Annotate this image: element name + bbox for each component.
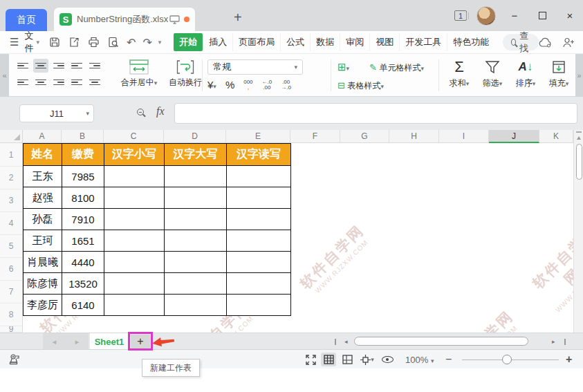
cell[interactable] xyxy=(165,187,227,209)
ribbon-tab-开始[interactable]: 开始 xyxy=(174,33,203,51)
sort-button[interactable]: A↓ 排序▾ xyxy=(509,57,542,89)
add-sheet-button[interactable]: + xyxy=(131,335,150,348)
window-manage-badge[interactable]: 1 xyxy=(454,10,467,21)
cell[interactable]: 陈彦博 xyxy=(24,273,62,295)
ribbon-tab-审阅[interactable]: 审阅 xyxy=(340,33,369,51)
align-icon-9[interactable] xyxy=(87,75,102,89)
user-avatar[interactable] xyxy=(476,6,496,26)
cell[interactable] xyxy=(165,273,227,295)
zoom-formula-icon[interactable] xyxy=(137,109,144,115)
align-icon-8[interactable] xyxy=(69,75,84,89)
page-layout-view-icon[interactable]: ▾ xyxy=(358,353,377,366)
cell[interactable] xyxy=(227,252,291,273)
column-header-K[interactable]: K xyxy=(539,130,573,143)
currency-format-button[interactable]: ¥▾ xyxy=(207,79,216,91)
row-header-5[interactable]: 5 xyxy=(0,235,23,258)
column-header-H[interactable]: H xyxy=(389,130,439,143)
minimize-button[interactable]: − xyxy=(506,10,524,21)
column-header-F[interactable]: F xyxy=(290,130,340,143)
cell[interactable] xyxy=(227,209,291,230)
cloud-sync-icon[interactable] xyxy=(539,37,553,48)
ribbon-tab-数据[interactable]: 数据 xyxy=(310,33,340,51)
cell[interactable]: 缴费 xyxy=(62,144,104,166)
split-handle-icon[interactable] xyxy=(576,131,582,133)
print-preview-icon[interactable] xyxy=(108,37,119,48)
thousands-separator-button[interactable]: 000, xyxy=(243,80,252,91)
zoom-out-button[interactable]: − xyxy=(445,353,452,366)
row-header-4[interactable]: 4 xyxy=(0,212,23,235)
file-menu[interactable]: 文件 xyxy=(24,30,33,55)
horizontal-scroll-thumb[interactable] xyxy=(354,337,528,346)
scroll-up-icon[interactable] xyxy=(577,136,581,140)
sum-button[interactable]: Σ 求和▾ xyxy=(443,57,476,89)
cell[interactable]: 4440 xyxy=(62,252,104,273)
screen-share-icon[interactable] xyxy=(169,15,180,24)
zoom-in-button[interactable]: + xyxy=(566,353,572,366)
scroll-right-icon[interactable]: ▸ xyxy=(552,338,555,345)
row-header-9[interactable]: 9 xyxy=(0,326,23,333)
cell[interactable]: 6140 xyxy=(62,295,104,316)
h-split-handle2-icon[interactable] xyxy=(564,339,566,345)
cell[interactable] xyxy=(165,166,227,187)
cell[interactable] xyxy=(104,230,165,252)
collapse-left-panel-icon[interactable]: « xyxy=(0,54,9,97)
sheet-area[interactable]: 软件自学网WWW.RJZXW.COM软件自学网WWW.RJZXW.COM软件自学… xyxy=(0,130,583,333)
cell[interactable] xyxy=(104,295,165,316)
cell-style-button[interactable]: ✎ 单元格样式▾ xyxy=(369,62,424,74)
column-header-C[interactable]: C xyxy=(104,130,164,143)
cell[interactable] xyxy=(104,187,165,209)
home-button[interactable]: 首页 xyxy=(6,9,47,31)
cell[interactable]: 孙磊 xyxy=(24,209,62,230)
formula-input[interactable] xyxy=(174,103,577,124)
align-icon-4[interactable] xyxy=(87,59,102,73)
cell[interactable] xyxy=(227,187,291,209)
row-header-1[interactable]: 1 xyxy=(0,143,23,167)
cell[interactable]: 13520 xyxy=(62,273,104,295)
undo-icon[interactable]: ↶ xyxy=(127,36,136,49)
cell[interactable]: 7985 xyxy=(62,166,104,187)
increase-decimal-button[interactable]: .00→.0 xyxy=(281,80,291,91)
cell[interactable]: 赵强 xyxy=(24,187,62,209)
column-header-J[interactable]: J xyxy=(489,130,539,143)
cell[interactable] xyxy=(104,252,165,273)
insert-function-icon[interactable]: fx xyxy=(156,105,165,118)
align-icon-6[interactable] xyxy=(33,75,48,89)
merge-center-button[interactable]: 合并居中▾ xyxy=(116,59,162,88)
cell[interactable]: 王东 xyxy=(24,166,62,187)
redo-icon[interactable]: ↷ xyxy=(142,36,151,49)
new-document-tab-button[interactable]: + xyxy=(234,10,242,26)
cell[interactable] xyxy=(227,295,291,316)
decrease-decimal-button[interactable]: ←.0.00 xyxy=(262,80,272,91)
column-header-I[interactable]: I xyxy=(439,130,489,143)
number-format-select[interactable]: 常规 ▾ xyxy=(207,59,303,75)
cell[interactable] xyxy=(227,230,291,252)
cell[interactable] xyxy=(165,252,227,273)
stamp-tool-icon[interactable] xyxy=(8,353,21,366)
print-icon[interactable] xyxy=(88,37,100,48)
cell[interactable] xyxy=(104,273,165,295)
row-header-7[interactable]: 7 xyxy=(0,281,23,304)
cell[interactable]: 1651 xyxy=(62,230,104,252)
cell[interactable] xyxy=(165,209,227,230)
ribbon-tab-插入[interactable]: 插入 xyxy=(203,33,232,51)
align-icon-1[interactable] xyxy=(33,59,48,73)
cell[interactable]: 姓名 xyxy=(24,144,62,166)
wrap-text-button[interactable]: 自动换行 xyxy=(165,59,206,88)
sheet-tab-sheet1[interactable]: Sheet1 xyxy=(90,333,129,350)
data-table[interactable]: 姓名缴费汉字小写汉字大写汉字读写王东7985赵强8100孙磊7910王珂1651… xyxy=(23,143,291,316)
expand-ribbon-right-icon[interactable]: » xyxy=(575,54,583,97)
page-break-view-icon[interactable] xyxy=(340,353,355,366)
vertical-scrollbar[interactable] xyxy=(573,130,583,333)
filter-button[interactable]: 筛选▾ xyxy=(476,57,509,89)
save-icon[interactable] xyxy=(49,37,60,48)
cell[interactable] xyxy=(227,166,291,187)
column-header-A[interactable]: A xyxy=(23,130,62,143)
cell[interactable] xyxy=(165,295,227,316)
zoom-level[interactable]: 100% ▾ xyxy=(405,355,434,365)
cell[interactable] xyxy=(227,273,291,295)
column-header-E[interactable]: E xyxy=(226,130,290,143)
ribbon-tab-特色功能[interactable]: 特色功能 xyxy=(447,33,494,51)
row-header-8[interactable]: 8 xyxy=(0,304,23,326)
sheet-nav-arrows[interactable]: ◂▸ xyxy=(43,333,89,350)
column-header-D[interactable]: D xyxy=(164,130,226,143)
